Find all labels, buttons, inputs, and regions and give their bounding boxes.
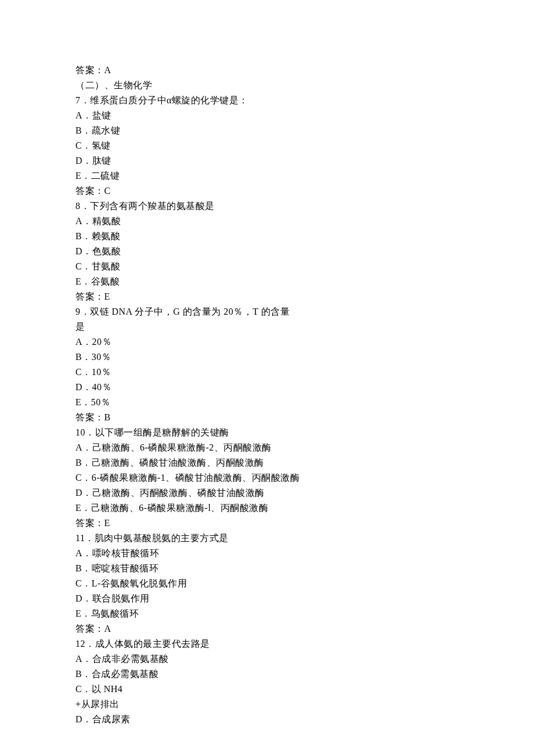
answer-line: 答案：A — [75, 621, 459, 636]
question-stem-continued: 是 — [75, 319, 459, 334]
answer-line: 答案：E — [75, 289, 459, 304]
option-d: D．合成尿素 — [75, 712, 459, 727]
section-header: （二）、生物化学 — [75, 78, 459, 93]
option-c: C．以 NH4 — [75, 682, 459, 697]
question-stem: 11．肌肉中氨基酸脱氨的主要方式是 — [75, 531, 459, 546]
option-c: C．6-磷酸果糖激酶-1、磷酸甘油酸激酶、丙酮酸激酶 — [75, 470, 459, 485]
option-e: E．50％ — [75, 395, 459, 410]
question-stem: 7．维系蛋白质分子中α螺旋的化学键是： — [75, 93, 459, 108]
option-c-continued: +从尿排出 — [75, 697, 459, 712]
option-a: A．20％ — [75, 334, 459, 350]
option-c: C．10％ — [75, 365, 459, 380]
option-e: E．鸟氨酸循环 — [75, 606, 459, 621]
question-stem: 12．成人体氨的最主要代去路是 — [75, 636, 459, 651]
option-b: B．30％ — [75, 350, 459, 365]
option-a: A．精氨酸 — [75, 214, 459, 229]
option-b: B．合成必需氨基酸 — [75, 667, 459, 682]
option-b: B．己糖激酶、磷酸甘油酸激酶、丙酮酸激酶 — [75, 455, 459, 470]
question-stem: 10．以下哪一组酶是糖酵解的关键酶 — [75, 425, 459, 440]
question-stem: 8．下列含有两个羧基的氨基酸是 — [75, 199, 459, 214]
option-a: A．己糖激酶、6-磷酸果糖激酶-2、丙酮酸激酶 — [75, 440, 459, 455]
option-a: A．合成非必需氨基酸 — [75, 651, 459, 667]
option-d: D．色氨酸 — [75, 244, 459, 259]
option-b: B．赖氨酸 — [75, 229, 459, 244]
answer-line: 答案：C — [75, 183, 459, 199]
answer-line: 答案：E — [75, 516, 459, 531]
option-c: C．氢键 — [75, 138, 459, 153]
option-b: B．嘧啶核苷酸循环 — [75, 561, 459, 576]
question-stem: 9．双链 DNA 分子中，G 的含量为 20％，T 的含量 — [75, 304, 459, 319]
option-c: C．甘氨酸 — [75, 259, 459, 274]
option-e: E．谷氨酸 — [75, 274, 459, 289]
answer-line: 答案：A — [75, 63, 459, 78]
option-a: A．盐键 — [75, 108, 459, 123]
option-e: E．己糖激酶、6-磷酸果糖激酶-l、丙酮酸激酶 — [75, 501, 459, 516]
option-d: D．己糖激酶、丙酮酸激酶、磷酸甘油酸激酶 — [75, 485, 459, 501]
option-d: D．联合脱氨作用 — [75, 591, 459, 606]
option-a: A．嘌呤核苷酸循环 — [75, 546, 459, 561]
option-d: D．40％ — [75, 380, 459, 395]
option-d: D．肽键 — [75, 153, 459, 168]
answer-line: 答案：B — [75, 410, 459, 425]
option-c: C．L-谷氨酸氧化脱氨作用 — [75, 576, 459, 591]
option-e: E．二硫键 — [75, 168, 459, 183]
option-b: B．疏水键 — [75, 123, 459, 138]
document-page: 答案：A （二）、生物化学 7．维系蛋白质分子中α螺旋的化学键是： A．盐键 B… — [0, 0, 459, 727]
